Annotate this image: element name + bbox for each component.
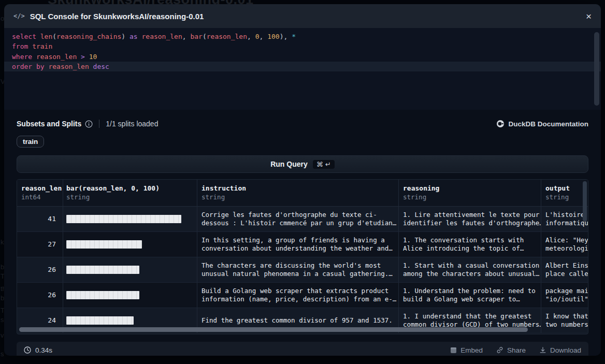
editor-scrollbar[interactable] <box>594 32 599 106</box>
column-name: reasoning <box>403 184 537 192</box>
sql-console-modal: </> SQL Console for SkunkworksAI/reasoni… <box>4 4 601 356</box>
code-line[interactable]: select len(reasoning_chains) as reason_l… <box>4 32 601 41</box>
cell-output[interactable]: Alice: "Hey g meteorologist <box>541 232 588 257</box>
cell-reason-len[interactable]: 41 <box>17 207 63 231</box>
column-type: int64 <box>21 193 56 201</box>
cell-instruction[interactable]: Build a Golang web scraper that extracts… <box>197 283 398 308</box>
cell-reason-len[interactable]: 26 <box>17 283 63 308</box>
cell-bar[interactable] <box>63 207 197 231</box>
info-icon[interactable] <box>85 120 93 128</box>
cell-instruction[interactable]: Corrige les fautes d'orthographe du text… <box>197 207 398 231</box>
bar-visualization <box>66 266 139 274</box>
share-label: Share <box>507 346 526 354</box>
results-footer: 0.34s Embed Share Download <box>17 342 588 356</box>
modal-title: SQL Console for SkunkworksAI/reasoning-0… <box>30 12 204 21</box>
column-header-reason-len: reason_lenint64 <box>17 180 63 206</box>
sql-editor[interactable]: select len(reasoning_chains) as reason_l… <box>4 28 601 110</box>
column-header-reasoning: reasoningstring <box>398 180 541 206</box>
code-line[interactable]: order by reason_len desc <box>4 62 601 71</box>
column-header-bar-reason-len-0-100-: bar(reason_len, 0, 100)string <box>63 180 197 206</box>
duckdb-documentation-link[interactable]: DuckDB Documentation <box>496 120 588 128</box>
code-line[interactable]: from train <box>4 41 601 51</box>
run-query-button[interactable]: Run Query ⌘ ↵ <box>17 155 588 173</box>
clock-icon <box>24 346 31 354</box>
keyboard-shortcut-badge: ⌘ ↵ <box>313 160 335 169</box>
cell-reasoning[interactable]: 1. Lire attentivement le texte pour iden… <box>398 207 541 231</box>
column-name: output <box>545 184 584 192</box>
editor-lines: select len(reasoning_chains) as reason_l… <box>4 32 601 71</box>
results-table: reason_lenint64bar(reason_len, 0, 100)st… <box>17 179 588 334</box>
cell-reason-len[interactable]: 27 <box>17 232 63 257</box>
cell-output[interactable]: package main "io/ioutil" " <box>541 283 588 308</box>
download-label: Download <box>550 346 581 354</box>
bar-visualization <box>66 316 134 325</box>
duckdb-logo-icon <box>496 120 505 128</box>
column-name: bar(reason_len, 0, 100) <box>66 184 193 192</box>
cell-output[interactable]: L'histoire co informatique <box>541 207 588 231</box>
embed-label: Embed <box>460 346 483 354</box>
table-row: 41Corrige les fautes d'orthographe du te… <box>17 207 588 232</box>
table-body: 41Corrige les fautes d'orthographe du te… <box>17 207 588 333</box>
table-horizontal-scrollbar[interactable] <box>19 327 528 332</box>
share-link-icon <box>496 346 503 354</box>
code-line[interactable]: where reason_len > 10 <box>4 52 601 62</box>
code-icon: </> <box>13 12 25 20</box>
split-chips: train <box>17 136 588 148</box>
column-type: string <box>201 193 394 201</box>
download-button[interactable]: Download <box>539 346 581 354</box>
bar-visualization <box>66 240 142 249</box>
embed-icon <box>450 347 457 354</box>
cell-bar[interactable] <box>63 283 197 308</box>
backdrop-text-fragment: v <box>1 331 4 339</box>
run-query-label: Run Query <box>270 160 308 168</box>
query-time-value: 0.34s <box>35 346 52 354</box>
splits-loaded-status: 1/1 splits loaded <box>106 120 158 128</box>
cell-bar[interactable] <box>63 232 197 257</box>
cell-reasoning[interactable]: 1. Start with a casual conversation amon… <box>398 257 541 282</box>
column-header-output: outputstring <box>541 180 588 206</box>
column-type: string <box>66 193 193 201</box>
bar-visualization <box>66 215 181 223</box>
bar-visualization <box>66 291 139 299</box>
table-row: 26The characters are discussing the worl… <box>17 257 588 283</box>
cell-reason-len[interactable]: 26 <box>17 257 63 282</box>
cell-reasoning[interactable]: 1. Understand the problem: need to build… <box>398 283 541 308</box>
cell-output[interactable]: I know that t two numbers i <box>541 308 588 333</box>
divider <box>99 120 99 128</box>
backdrop-text-fragment: s <box>1 350 4 358</box>
cell-instruction[interactable]: In this setting, a group of friends is h… <box>197 232 398 257</box>
query-timer: 0.34s <box>24 346 52 354</box>
column-name: reason_len <box>21 184 56 192</box>
modal-header: </> SQL Console for SkunkworksAI/reasoni… <box>4 4 601 28</box>
split-chip-train[interactable]: train <box>17 136 44 148</box>
share-button[interactable]: Share <box>496 346 526 354</box>
cell-output[interactable]: Albert Einste place called <box>541 257 588 282</box>
table-row: 26Build a Golang web scraper that extrac… <box>17 283 588 308</box>
cell-bar[interactable] <box>63 257 197 282</box>
embed-button[interactable]: Embed <box>450 346 483 354</box>
column-header-instruction: instructionstring <box>197 180 398 206</box>
table-row: 27In this setting, a group of friends is… <box>17 232 588 257</box>
backdrop-text-fragment: s <box>1 316 4 324</box>
table-header: reason_lenint64bar(reason_len, 0, 100)st… <box>17 180 588 207</box>
column-type: string <box>403 193 537 201</box>
download-icon <box>539 346 546 354</box>
duckdb-documentation-label: DuckDB Documentation <box>508 120 588 128</box>
splits-row: Subsets and Splits 1/1 splits loaded Duc… <box>17 118 588 129</box>
cell-reasoning[interactable]: 1. The conversation starts with Alice in… <box>398 232 541 257</box>
close-button[interactable]: × <box>586 11 592 21</box>
column-type: string <box>545 193 584 201</box>
table-vertical-scrollbar[interactable] <box>583 181 587 222</box>
cell-instruction[interactable]: The characters are discussing the world'… <box>197 257 398 282</box>
splits-label: Subsets and Splits <box>17 120 81 128</box>
column-name: instruction <box>201 184 394 192</box>
